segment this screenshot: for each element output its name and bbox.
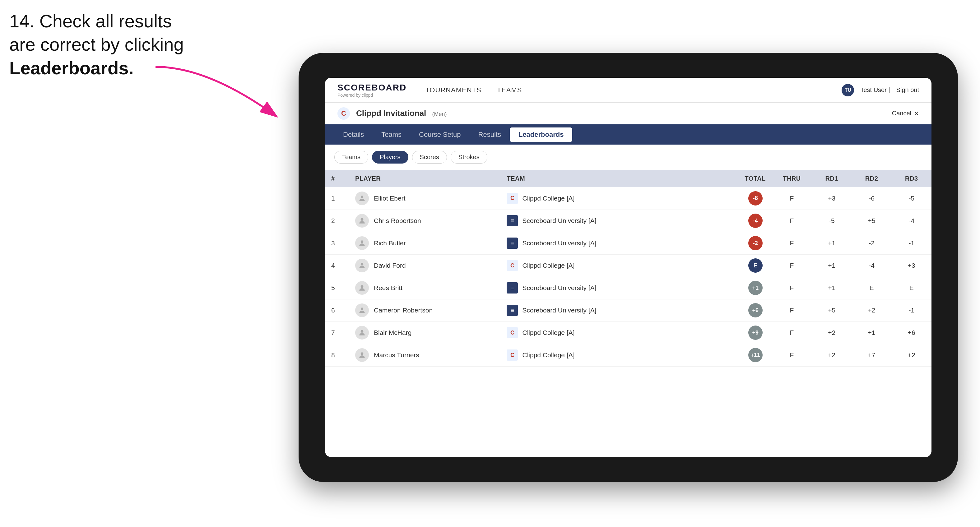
team-logo: C	[507, 260, 518, 271]
user-avatar: TU	[842, 84, 854, 96]
team-name: Scoreboard University [A]	[522, 284, 596, 292]
col-player: PLAYER	[349, 170, 501, 187]
cell-player: Chris Robertson	[349, 210, 501, 232]
player-avatar	[355, 214, 369, 228]
table-row: 6 Cameron Robertson ≡ Scoreboard Univers…	[325, 299, 931, 322]
team-name: Clippd College [A]	[522, 262, 574, 269]
player-avatar	[355, 192, 369, 205]
filter-players[interactable]: Players	[372, 151, 408, 163]
cell-player: Marcus Turners	[349, 344, 501, 366]
cell-total: -8	[700, 187, 772, 210]
cell-rd1: +5	[812, 299, 851, 322]
instruction-bold: Leaderboards.	[10, 58, 134, 78]
table-row: 8 Marcus Turners C Clippd College [A] +1…	[325, 344, 931, 366]
tournament-title: Clippd Invitational (Men)	[356, 108, 892, 118]
cell-rd3: -1	[892, 232, 931, 254]
player-avatar	[355, 236, 369, 250]
cell-team: C Clippd College [A]	[500, 344, 700, 366]
player-name: Chris Robertson	[374, 217, 421, 224]
team-logo: ≡	[507, 282, 518, 294]
team-name: Scoreboard University [A]	[522, 240, 596, 247]
filter-teams[interactable]: Teams	[334, 151, 368, 163]
col-rd1: RD1	[812, 170, 851, 187]
team-logo: C	[507, 327, 518, 338]
col-total: TOTAL	[700, 170, 772, 187]
team-name: Scoreboard University [A]	[522, 306, 596, 314]
cell-rd2: +2	[851, 299, 891, 322]
tab-leaderboards[interactable]: Leaderboards	[510, 127, 573, 142]
player-name: Rich Butler	[374, 240, 406, 247]
score-badge: -4	[748, 214, 763, 228]
score-badge: +1	[748, 281, 763, 295]
player-avatar	[355, 303, 369, 317]
tab-details[interactable]: Details	[334, 127, 372, 142]
cell-player: Elliot Ebert	[349, 187, 501, 210]
table-row: 1 Elliot Ebert C Clippd College [A] -8F+…	[325, 187, 931, 210]
table-row: 2 Chris Robertson ≡ Scoreboard Universit…	[325, 210, 931, 232]
logo-area: SCOREBOARD Powered by clippd	[337, 83, 406, 98]
col-team: TEAM	[500, 170, 700, 187]
cell-rank: 7	[325, 322, 349, 344]
tab-teams[interactable]: Teams	[372, 127, 410, 142]
team-logo: ≡	[507, 238, 518, 249]
cell-team: C Clippd College [A]	[500, 187, 700, 210]
tab-course-setup[interactable]: Course Setup	[410, 127, 469, 142]
cell-rd1: +1	[812, 277, 851, 299]
player-name: Blair McHarg	[374, 329, 412, 337]
sign-out-link[interactable]: Sign out	[896, 86, 919, 94]
logo-sub: Powered by clippd	[337, 93, 406, 98]
cell-rank: 8	[325, 344, 349, 366]
cell-rank: 1	[325, 187, 349, 210]
cell-player: Rich Butler	[349, 232, 501, 254]
player-avatar	[355, 259, 369, 272]
cell-total: E	[700, 254, 772, 277]
filter-strokes[interactable]: Strokes	[451, 151, 487, 163]
cell-rank: 3	[325, 232, 349, 254]
cell-thru: F	[772, 232, 812, 254]
close-icon: ✕	[914, 110, 919, 117]
cell-rd3: -5	[892, 187, 931, 210]
svg-point-7	[361, 330, 364, 333]
tab-results[interactable]: Results	[469, 127, 510, 142]
cell-rd1: +3	[812, 187, 851, 210]
score-badge: -8	[748, 191, 763, 205]
cell-team: ≡ Scoreboard University [A]	[500, 210, 700, 232]
cell-total: -4	[700, 210, 772, 232]
cell-player: David Ford	[349, 254, 501, 277]
nav-right: TU Test User | Sign out	[842, 84, 919, 96]
cell-rd3: +3	[892, 254, 931, 277]
score-badge: +11	[748, 348, 763, 362]
cell-rd2: +5	[851, 210, 891, 232]
cell-rd3: +2	[892, 344, 931, 366]
team-name: Clippd College [A]	[522, 351, 574, 359]
score-badge: +9	[748, 325, 763, 340]
nav-teams[interactable]: TEAMS	[497, 86, 522, 94]
cell-rd2: -2	[851, 232, 891, 254]
cell-rd3: -1	[892, 299, 931, 322]
cell-player: Cameron Robertson	[349, 299, 501, 322]
team-logo: C	[507, 193, 518, 204]
cell-rd2: -6	[851, 187, 891, 210]
cell-thru: F	[772, 322, 812, 344]
cell-thru: F	[772, 210, 812, 232]
leaderboard-table: # PLAYER TEAM TOTAL THRU RD1 RD2 RD3 1	[325, 170, 931, 457]
instruction-line2: are correct by clicking	[10, 34, 184, 54]
cell-team: C Clippd College [A]	[500, 322, 700, 344]
table-row: 3 Rich Butler ≡ Scoreboard University [A…	[325, 232, 931, 254]
team-name: Clippd College [A]	[522, 329, 574, 337]
cell-rd1: +2	[812, 344, 851, 366]
cell-player: Rees Britt	[349, 277, 501, 299]
cell-team: C Clippd College [A]	[500, 254, 700, 277]
nav-user-label: Test User |	[860, 86, 890, 94]
cell-thru: F	[772, 344, 812, 366]
table-row: 7 Blair McHarg C Clippd College [A] +9F+…	[325, 322, 931, 344]
cell-rank: 2	[325, 210, 349, 232]
player-name: Cameron Robertson	[374, 306, 433, 314]
instruction-line1: 14. Check all results	[10, 11, 172, 31]
cancel-button[interactable]: Cancel ✕	[892, 110, 919, 117]
filter-scores[interactable]: Scores	[412, 151, 447, 163]
cell-rd3: E	[892, 277, 931, 299]
cell-total: +11	[700, 344, 772, 366]
nav-tournaments[interactable]: TOURNAMENTS	[425, 86, 482, 94]
cell-total: +9	[700, 322, 772, 344]
